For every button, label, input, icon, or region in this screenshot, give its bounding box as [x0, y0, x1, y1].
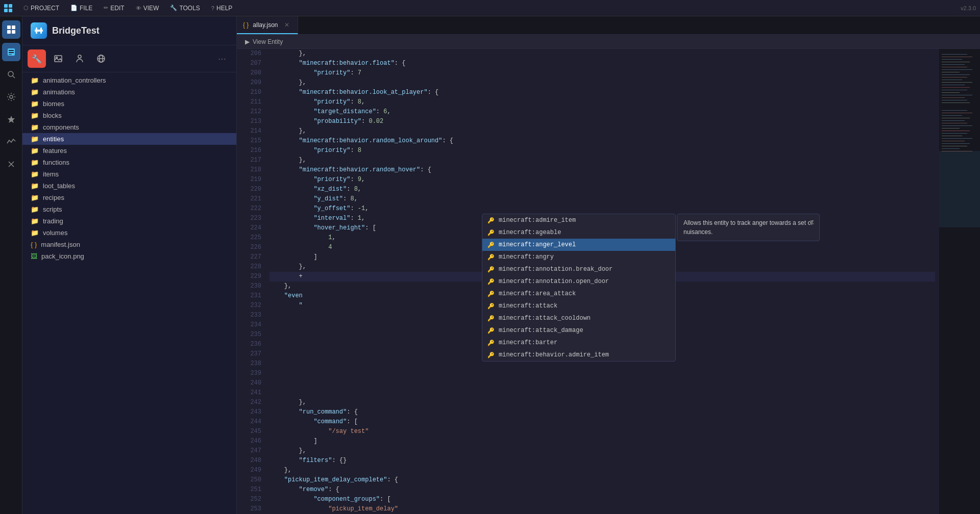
app-version: v2.3.0: [961, 5, 976, 11]
folder-recipes[interactable]: 📁 recipes: [22, 192, 236, 203]
svg-rect-34: [942, 80, 962, 80]
svg-rect-31: [942, 72, 960, 72]
svg-rect-35: [942, 82, 972, 83]
tab-allay-json[interactable]: { } allay.json ✕: [237, 16, 298, 34]
menubar: ⬡ PROJECT 📄 FILE ✏ EDIT 👁 VIEW 🔧 TOOLS ?…: [0, 0, 980, 16]
folder-volumes[interactable]: 📁 volumes: [22, 227, 236, 239]
autocomplete-icon: 🔑: [487, 315, 495, 322]
activity-signal[interactable]: [2, 133, 20, 151]
svg-rect-55: [942, 136, 962, 136]
svg-rect-7: [9, 54, 12, 55]
folder-loot-tables[interactable]: 📁 loot_tables: [22, 180, 236, 192]
svg-rect-45: [942, 110, 967, 111]
autocomplete-item-area-attack[interactable]: 🔑 minecraft:area_attack: [482, 288, 675, 300]
activity-grid[interactable]: [2, 20, 20, 39]
autocomplete-icon: 🔑: [487, 303, 495, 310]
autocomplete-item-barter[interactable]: 🔑 minecraft:barter: [482, 337, 675, 349]
tooltip-text: Allows this entity to track anger toward…: [683, 219, 813, 236]
svg-rect-60: [942, 148, 960, 149]
folder-biomes[interactable]: 📁 biomes: [22, 98, 236, 110]
view-entity-arrow: ▶: [245, 38, 250, 45]
svg-rect-28: [942, 64, 965, 65]
person-button[interactable]: [70, 49, 89, 68]
svg-rect-29: [942, 67, 967, 67]
autocomplete-dropdown[interactable]: 🔑 minecraft:admire_item 🔑 minecraft:agea…: [482, 214, 676, 362]
tooltip-close-button[interactable]: ✕: [809, 217, 815, 228]
folder-scripts[interactable]: 📁 scripts: [22, 203, 236, 215]
autocomplete-item-behavior-admire-item[interactable]: 🔑 minecraft:behavior.admire_item: [482, 349, 675, 361]
menu-help[interactable]: ? HELP: [206, 3, 237, 14]
image-button[interactable]: [49, 49, 67, 68]
autocomplete-item-angry[interactable]: 🔑 minecraft:angry: [482, 251, 675, 263]
svg-rect-44: [939, 151, 980, 227]
autocomplete-item-ageable[interactable]: 🔑 minecraft:ageable: [482, 226, 675, 239]
edit-icon: ✏: [104, 5, 108, 11]
folder-components[interactable]: 📁 components: [22, 121, 236, 133]
file-tree: 📁 animation_controllers 📁 animations 📁 b…: [22, 72, 236, 514]
menu-items: ⬡ PROJECT 📄 FILE ✏ EDIT 👁 VIEW 🔧 TOOLS ?…: [18, 3, 237, 14]
tab-file-icon: { }: [243, 21, 249, 29]
menu-tools[interactable]: 🔧 TOOLS: [165, 3, 205, 14]
autocomplete-item-attack[interactable]: 🔑 minecraft:attack: [482, 300, 675, 312]
svg-line-9: [13, 76, 15, 78]
activity-settings[interactable]: [2, 88, 20, 106]
sidebar-header: BridgeTest: [22, 16, 236, 45]
file-menu-icon: 📄: [70, 5, 78, 11]
svg-rect-52: [942, 128, 960, 128]
folder-functions[interactable]: 📁 functions: [22, 157, 236, 168]
svg-rect-61: [942, 151, 972, 151]
autocomplete-item-annotation-break-door[interactable]: 🔑 minecraft:annotation.break_door: [482, 263, 675, 275]
menu-edit[interactable]: ✏ EDIT: [99, 3, 129, 14]
svg-rect-54: [942, 133, 967, 134]
folder-blocks[interactable]: 📁 blocks: [22, 110, 236, 121]
svg-rect-24: [942, 54, 967, 55]
activity-search[interactable]: [2, 65, 20, 84]
svg-rect-49: [942, 120, 965, 121]
view-entity-bar: ▶ View Entity: [237, 35, 980, 49]
svg-rect-40: [942, 95, 972, 95]
autocomplete-item-attack-damage[interactable]: 🔑 minecraft:attack_damage: [482, 324, 675, 337]
folder-animation-controllers[interactable]: 📁 animation_controllers: [22, 74, 236, 86]
globe-button[interactable]: [92, 49, 110, 68]
view-entity-button[interactable]: ▶ View Entity: [245, 38, 283, 45]
svg-rect-42: [942, 100, 967, 100]
svg-rect-37: [942, 87, 970, 88]
svg-rect-33: [942, 77, 967, 78]
autocomplete-item-admire-item[interactable]: 🔑 minecraft:admire_item: [482, 214, 675, 226]
folder-entities[interactable]: 📁 entities: [22, 133, 236, 145]
autocomplete-item-annotation-open-door[interactable]: 🔑 minecraft:annotation.open_door: [482, 275, 675, 288]
menu-project[interactable]: ⬡ PROJECT: [18, 3, 64, 14]
wrench-button[interactable]: 🔧: [28, 49, 46, 68]
sidebar-title: BridgeTest: [52, 25, 100, 36]
svg-rect-26: [942, 59, 962, 60]
autocomplete-icon-selected: 🔑: [487, 242, 495, 248]
svg-rect-3: [12, 30, 15, 34]
folder-animations[interactable]: 📁 animations: [22, 86, 236, 98]
activity-close[interactable]: [2, 155, 20, 173]
svg-rect-30: [942, 69, 972, 70]
svg-rect-51: [942, 125, 972, 126]
svg-rect-46: [942, 113, 972, 113]
activity-explorer[interactable]: [2, 43, 20, 61]
code-editor[interactable]: 206 207 208 209 210 211 212 213 214 215 …: [237, 49, 980, 514]
folder-items[interactable]: 📁 items: [22, 168, 236, 180]
file-pack-icon-png[interactable]: 🖼 pack_icon.png: [22, 250, 236, 262]
help-icon: ?: [211, 5, 214, 11]
autocomplete-item-attack-cooldown[interactable]: 🔑 minecraft:attack_cooldown: [482, 312, 675, 324]
tools-icon: 🔧: [170, 5, 177, 11]
more-button[interactable]: ⋯: [213, 49, 231, 68]
menu-view[interactable]: 👁 VIEW: [131, 3, 164, 14]
activity-extensions[interactable]: [2, 110, 20, 128]
folder-features[interactable]: 📁 features: [22, 145, 236, 157]
autocomplete-item-anger-level[interactable]: 🔑 minecraft:anger_level: [482, 239, 675, 251]
line-numbers: 206 207 208 209 210 211 212 213 214 215 …: [237, 49, 265, 514]
tab-close-button[interactable]: ✕: [282, 20, 291, 30]
svg-rect-32: [942, 74, 970, 75]
autocomplete-tooltip: ✕ Allows this entity to track anger towa…: [677, 214, 820, 241]
autocomplete-icon: 🔑: [487, 266, 495, 273]
autocomplete-icon: 🔑: [487, 291, 495, 297]
view-entity-label: View Entity: [253, 38, 283, 45]
folder-trading[interactable]: 📁 trading: [22, 215, 236, 227]
file-manifest-json[interactable]: { } manifest.json: [22, 239, 236, 250]
menu-file[interactable]: 📄 FILE: [65, 3, 97, 14]
